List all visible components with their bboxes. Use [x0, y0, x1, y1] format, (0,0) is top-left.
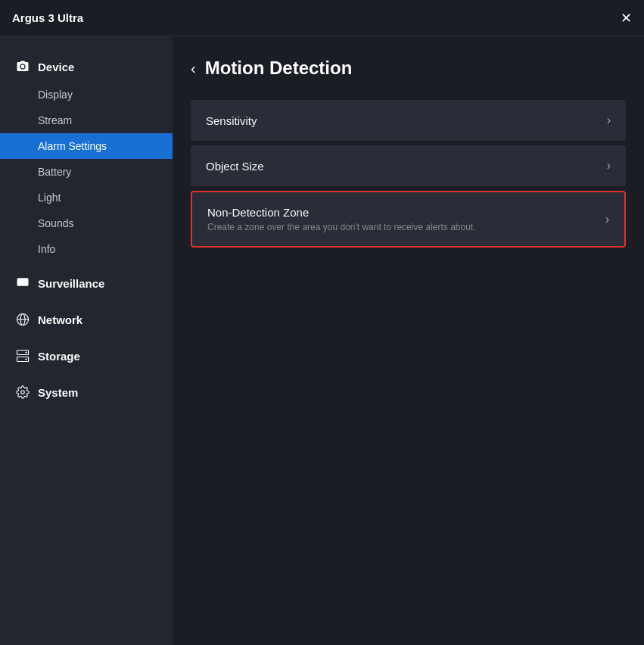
- non-detection-zone-menu-item[interactable]: Non-Detection Zone Create a zone over th…: [191, 191, 626, 248]
- storage-icon: [15, 348, 30, 363]
- object-size-content: Object Size: [206, 160, 264, 173]
- non-detection-zone-subtitle: Create a zone over the area you don't wa…: [207, 222, 476, 232]
- content-area: ‹ Motion Detection Sensitivity › Object …: [173, 36, 644, 645]
- sidebar-section-storage-header[interactable]: Storage: [0, 341, 173, 371]
- sidebar-item-display[interactable]: Display: [0, 82, 173, 108]
- sidebar-item-light[interactable]: Light: [0, 185, 173, 210]
- object-size-menu-item[interactable]: Object Size ›: [191, 145, 626, 186]
- non-detection-zone-content: Non-Detection Zone Create a zone over th…: [207, 206, 476, 232]
- system-icon: [15, 385, 30, 400]
- surveillance-icon: [15, 276, 30, 291]
- sidebar-section-surveillance: Surveillance: [0, 268, 173, 298]
- sensitivity-menu-item[interactable]: Sensitivity ›: [191, 100, 626, 141]
- svg-point-6: [25, 351, 26, 353]
- main-layout: Device Display Stream Alarm Settings Bat…: [0, 36, 644, 645]
- sidebar-section-network-header[interactable]: Network: [0, 304, 173, 335]
- page-title: Motion Detection: [205, 58, 353, 79]
- sidebar-section-device: Device Display Stream Alarm Settings Bat…: [0, 51, 173, 262]
- surveillance-section-label: Surveillance: [38, 277, 104, 290]
- app-title: Argus 3 Ultra: [12, 11, 83, 24]
- back-button[interactable]: ‹: [191, 60, 196, 77]
- camera-icon: [15, 59, 30, 74]
- close-button[interactable]: ✕: [621, 11, 632, 25]
- sidebar-item-sounds[interactable]: Sounds: [0, 210, 173, 236]
- object-size-chevron-icon: ›: [607, 159, 611, 173]
- object-size-title: Object Size: [206, 160, 264, 173]
- non-detection-zone-title: Non-Detection Zone: [207, 206, 476, 219]
- sidebar-section-surveillance-header[interactable]: Surveillance: [0, 268, 173, 298]
- sensitivity-content: Sensitivity: [206, 114, 257, 127]
- sidebar-section-system: System: [0, 377, 173, 407]
- network-icon: [15, 312, 30, 327]
- sensitivity-title: Sensitivity: [206, 114, 257, 127]
- storage-section-label: Storage: [38, 350, 80, 363]
- sidebar-item-alarm-settings[interactable]: Alarm Settings: [0, 133, 173, 159]
- svg-point-7: [25, 358, 26, 360]
- non-detection-zone-chevron-icon: ›: [605, 213, 609, 226]
- sidebar-item-battery[interactable]: Battery: [0, 159, 173, 185]
- sidebar: Device Display Stream Alarm Settings Bat…: [0, 36, 173, 645]
- content-header: ‹ Motion Detection: [191, 58, 626, 79]
- sensitivity-chevron-icon: ›: [607, 114, 611, 127]
- sidebar-section-system-header[interactable]: System: [0, 377, 173, 407]
- sidebar-section-network: Network: [0, 304, 173, 335]
- device-section-label: Device: [38, 61, 74, 73]
- title-bar: Argus 3 Ultra ✕: [0, 0, 644, 36]
- sidebar-item-info[interactable]: Info: [0, 236, 173, 262]
- system-section-label: System: [38, 386, 78, 399]
- sidebar-section-device-header: Device: [0, 51, 173, 82]
- svg-rect-0: [17, 278, 29, 286]
- sidebar-item-stream[interactable]: Stream: [0, 108, 173, 133]
- network-section-label: Network: [38, 313, 82, 326]
- sidebar-section-storage: Storage: [0, 341, 173, 371]
